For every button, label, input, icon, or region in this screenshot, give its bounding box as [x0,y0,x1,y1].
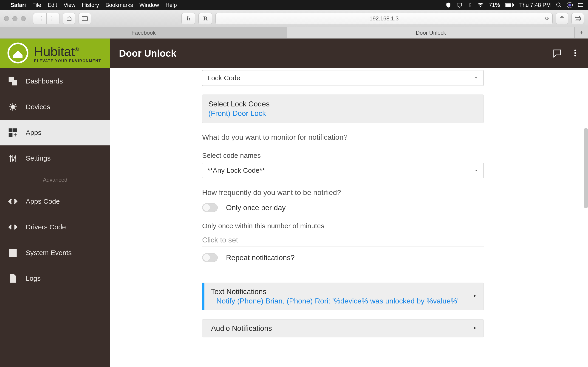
question-monitor: What do you want to monitor for notifica… [202,133,484,142]
menu-window[interactable]: Window [139,2,159,8]
macos-menubar: Safari File Edit View History Bookmarks … [0,0,588,10]
airplay-icon[interactable] [456,2,462,8]
window-controls[interactable] [4,16,26,21]
chevron-right-icon [473,294,477,299]
sidebar-item-apps[interactable]: Apps [0,120,110,145]
select-value: **Any Lock Code** [208,167,265,174]
tab-facebook[interactable]: Facebook [0,27,287,38]
menu-edit[interactable]: Edit [48,2,57,8]
brand-name: Hubitat® [34,44,101,59]
address-bar[interactable]: 192.168.1.3 ⟳ [216,13,553,24]
devices-icon [8,102,18,111]
svg-point-5 [569,4,571,7]
sidebar-item-label: Dashboards [26,77,63,85]
extension-rakuten-button[interactable]: R [199,13,212,24]
toggle-once-per-day[interactable] [202,203,218,212]
chevron-right-icon [473,326,477,331]
menu-file[interactable]: File [32,2,41,8]
svg-point-33 [12,255,13,255]
tab-door-unlock[interactable]: Door Unlock [287,27,575,38]
main-content: Lock Code Select Lock Codes (Front) Door… [110,68,588,367]
app-header: Hubitat® ELEVATE YOUR ENVIRONMENT Door U… [0,39,588,68]
more-menu-icon[interactable] [571,48,580,58]
label-minutes: Only once within this number of minutes [202,222,484,230]
text-notifications-panel[interactable]: Text Notifications Notify (Phone) Brian,… [202,283,484,310]
scrollbar[interactable] [584,128,588,208]
sidebar-item-drivers-code[interactable]: Drivers Code [0,214,110,240]
svg-point-18 [574,55,576,56]
calendar-icon [8,248,18,257]
app-name[interactable]: Safari [10,2,26,8]
url-text: 192.168.1.3 [370,15,399,22]
page-title: Door Unlock [110,48,176,59]
minutes-input[interactable]: Click to set [202,233,484,247]
close-window-button[interactable] [4,16,9,21]
sidebar-item-settings[interactable]: Settings [0,145,110,171]
print-button[interactable] [571,13,584,24]
notification-center-icon[interactable] [578,2,584,8]
chevron-down-icon [474,74,478,82]
brand-logo[interactable]: Hubitat® ELEVATE YOUR ENVIRONMENT [0,39,110,68]
svg-point-34 [14,255,15,255]
top-capability-select[interactable]: Lock Code [202,70,484,86]
home-button[interactable] [63,13,75,24]
sidebar: Dashboards Devices Apps Settings Advance… [0,68,110,367]
sidebar-item-label: Logs [26,275,41,282]
sidebar-item-devices[interactable]: Devices [0,94,110,120]
toggle-repeat[interactable] [202,253,218,262]
sidebar-item-label: Devices [26,103,50,111]
sidebar-item-label: System Events [26,249,72,257]
reload-icon[interactable]: ⟳ [545,16,549,22]
menu-help[interactable]: Help [165,2,177,8]
minimize-window-button[interactable] [12,16,17,21]
sidebar-item-dashboards[interactable]: Dashboards [0,68,110,94]
messages-icon[interactable] [553,48,562,58]
sidebar-item-apps-code[interactable]: Apps Code [0,189,110,214]
audio-notifications-panel[interactable]: Audio Notifications [202,319,484,337]
panel-link-value: (Front) Door Lock [208,109,477,118]
malwarebytes-icon[interactable] [445,2,451,8]
clock[interactable]: Thu 7:48 PM [519,2,551,8]
code-icon [8,223,18,232]
tab-label: Door Unlock [416,30,446,36]
settings-icon [8,154,18,163]
sidebar-item-system-events[interactable]: System Events [0,240,110,266]
extension-honey-button[interactable]: h [182,13,195,24]
panel-title: Audio Notifications [211,324,477,333]
menu-view[interactable]: View [64,2,76,8]
svg-point-30 [12,253,13,254]
menu-bookmarks[interactable]: Bookmarks [105,2,133,8]
fullscreen-window-button[interactable] [21,16,26,21]
siri-icon[interactable] [567,2,573,8]
brand-tagline: ELEVATE YOUR ENVIRONMENT [34,59,101,63]
battery-icon[interactable] [505,3,514,7]
back-button[interactable]: 〈 [33,13,46,24]
forward-button[interactable]: 〉 [46,13,60,24]
wifi-icon[interactable] [477,2,484,8]
svg-point-21 [11,105,14,108]
chevron-down-icon [474,167,478,174]
bluetooth-icon[interactable] [467,2,472,8]
menu-history[interactable]: History [82,2,99,8]
svg-point-8 [578,6,579,7]
svg-point-27 [15,157,16,158]
sidebar-item-label: Apps Code [26,198,60,205]
code-names-select[interactable]: **Any Lock Code** [202,163,484,178]
sidebar-divider-advanced: Advanced [0,171,110,189]
hubitat-logo-icon [6,42,29,65]
new-tab-button[interactable]: + [575,27,588,38]
svg-point-32 [11,255,12,255]
svg-rect-1 [506,3,511,7]
sidebar-toggle-button[interactable] [78,13,91,24]
dashboards-icon [8,77,18,86]
tab-label: Facebook [131,30,156,36]
svg-rect-23 [14,129,17,132]
spotlight-icon[interactable] [556,2,562,8]
share-button[interactable] [556,13,568,24]
logs-icon [8,274,18,283]
panel-body: Notify (Phone) Brian, (Phone) Rori: '%de… [211,297,477,305]
panel-title: Select Lock Codes [208,100,477,108]
sidebar-item-logs[interactable]: Logs [0,266,110,291]
sidebar-item-label: Settings [26,154,51,162]
select-lock-codes-panel[interactable]: Select Lock Codes (Front) Door Lock [202,94,484,123]
